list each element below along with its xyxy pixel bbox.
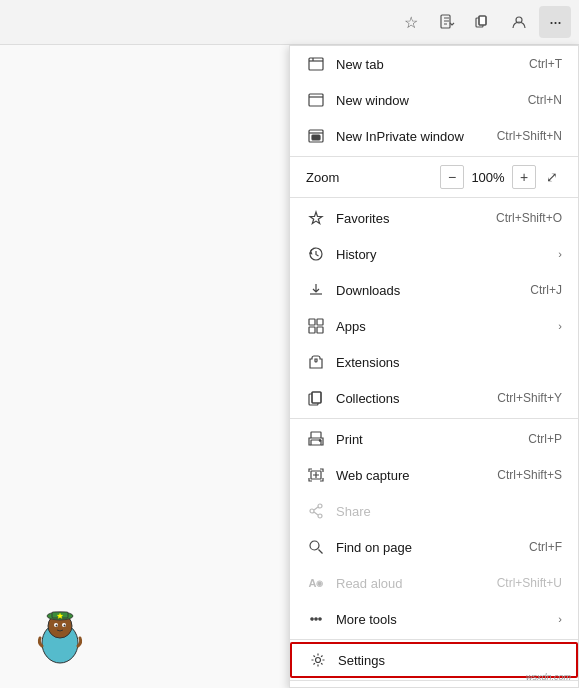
svg-point-25	[311, 618, 313, 620]
svg-rect-2	[479, 16, 486, 25]
collections-icon	[306, 388, 326, 408]
history-icon	[306, 244, 326, 264]
new-window-icon	[306, 90, 326, 110]
menu-item-favorites[interactable]: Favorites Ctrl+Shift+O	[290, 200, 578, 236]
inprivate-shortcut: Ctrl+Shift+N	[497, 129, 562, 143]
read-aloud-icon: A◉	[306, 573, 326, 593]
find-on-page-label: Find on page	[336, 540, 529, 555]
svg-rect-11	[317, 319, 323, 325]
apps-arrow: ›	[558, 320, 562, 332]
divider-2	[290, 197, 578, 198]
menu-item-web-capture[interactable]: Web capture Ctrl+Shift+S	[290, 457, 578, 493]
inprivate-label: New InPrivate window	[336, 129, 497, 144]
favorites-icon	[306, 208, 326, 228]
more-menu-toolbar-icon[interactable]: ···	[539, 6, 571, 38]
print-icon	[306, 429, 326, 449]
extensions-label: Extensions	[336, 355, 562, 370]
print-shortcut: Ctrl+P	[528, 432, 562, 446]
web-capture-icon	[306, 465, 326, 485]
print-label: Print	[336, 432, 528, 447]
menu-item-print[interactable]: Print Ctrl+P	[290, 421, 578, 457]
new-window-label: New window	[336, 93, 528, 108]
menu-item-collections[interactable]: Collections Ctrl+Shift+Y	[290, 380, 578, 416]
svg-point-26	[315, 618, 317, 620]
svg-rect-5	[309, 58, 323, 70]
apps-label: Apps	[336, 319, 550, 334]
more-tools-arrow: ›	[558, 613, 562, 625]
collections-label: Collections	[336, 391, 497, 406]
reading-list-toolbar-icon[interactable]	[431, 6, 463, 38]
svg-rect-12	[309, 327, 315, 333]
svg-rect-10	[309, 319, 315, 325]
profile-toolbar-icon[interactable]	[503, 6, 535, 38]
menu-item-apps[interactable]: Apps ›	[290, 308, 578, 344]
downloads-shortcut: Ctrl+J	[530, 283, 562, 297]
divider-3	[290, 418, 578, 419]
history-arrow: ›	[558, 248, 562, 260]
menu-item-extensions[interactable]: Extensions	[290, 344, 578, 380]
menu-item-find-on-page[interactable]: Find on page Ctrl+F	[290, 529, 578, 565]
read-aloud-label: Read aloud	[336, 576, 497, 591]
more-tools-label: More tools	[336, 612, 550, 627]
read-aloud-shortcut: Ctrl+Shift+U	[497, 576, 562, 590]
new-tab-shortcut: Ctrl+T	[529, 57, 562, 71]
menu-item-inprivate[interactable]: New InPrivate window Ctrl+Shift+N	[290, 118, 578, 154]
find-on-page-shortcut: Ctrl+F	[529, 540, 562, 554]
svg-rect-6	[309, 94, 323, 106]
apps-icon	[306, 316, 326, 336]
svg-point-36	[64, 625, 66, 627]
history-label: History	[336, 247, 550, 262]
inprivate-icon	[306, 126, 326, 146]
menu-item-downloads[interactable]: Downloads Ctrl+J	[290, 272, 578, 308]
collections-shortcut: Ctrl+Shift+Y	[497, 391, 562, 405]
zoom-row: Zoom − 100% + ⤢	[290, 159, 578, 195]
zoom-expand-button[interactable]: ⤢	[542, 167, 562, 187]
find-on-page-icon	[306, 537, 326, 557]
zoom-increase-button[interactable]: +	[512, 165, 536, 189]
menu-item-history[interactable]: History ›	[290, 236, 578, 272]
zoom-decrease-button[interactable]: −	[440, 165, 464, 189]
svg-point-21	[318, 504, 322, 508]
zoom-label: Zoom	[306, 170, 440, 185]
menu-item-new-tab[interactable]: New tab Ctrl+T	[290, 46, 578, 82]
dropdown-menu: New tab Ctrl+T New window Ctrl+N New InP…	[289, 45, 579, 688]
svg-rect-15	[312, 392, 321, 403]
favorites-label: Favorites	[336, 211, 496, 226]
web-capture-label: Web capture	[336, 468, 497, 483]
divider-1	[290, 156, 578, 157]
new-tab-label: New tab	[336, 57, 529, 72]
svg-rect-8	[312, 135, 320, 140]
svg-point-27	[319, 618, 321, 620]
svg-point-19	[319, 440, 320, 441]
new-window-shortcut: Ctrl+N	[528, 93, 562, 107]
watermark: wsxdn.com	[526, 672, 571, 682]
web-capture-shortcut: Ctrl+Shift+S	[497, 468, 562, 482]
svg-point-23	[318, 514, 322, 518]
favorites-toolbar-icon[interactable]: ☆	[395, 6, 427, 38]
downloads-icon	[306, 280, 326, 300]
zoom-value: 100%	[470, 170, 506, 185]
appuals-logo	[30, 608, 90, 668]
collections-toolbar-icon[interactable]	[467, 6, 499, 38]
svg-point-35	[56, 625, 58, 627]
svg-point-24	[310, 541, 319, 550]
menu-item-help-feedback[interactable]: Help and feedback ›	[290, 683, 578, 688]
settings-label: Settings	[338, 653, 560, 668]
svg-rect-13	[317, 327, 323, 333]
svg-point-28	[316, 658, 321, 663]
page-background	[0, 45, 289, 688]
menu-item-share: Share	[290, 493, 578, 529]
browser-toolbar: ☆ ···	[0, 0, 579, 45]
favorites-shortcut: Ctrl+Shift+O	[496, 211, 562, 225]
settings-icon	[308, 650, 328, 670]
menu-item-new-window[interactable]: New window Ctrl+N	[290, 82, 578, 118]
svg-point-22	[310, 509, 314, 513]
svg-rect-17	[311, 432, 321, 438]
downloads-label: Downloads	[336, 283, 530, 298]
share-icon	[306, 501, 326, 521]
menu-item-more-tools[interactable]: More tools ›	[290, 601, 578, 637]
more-tools-icon	[306, 609, 326, 629]
menu-item-read-aloud: A◉ Read aloud Ctrl+Shift+U	[290, 565, 578, 601]
divider-4	[290, 639, 578, 640]
zoom-controls: − 100% + ⤢	[440, 165, 562, 189]
